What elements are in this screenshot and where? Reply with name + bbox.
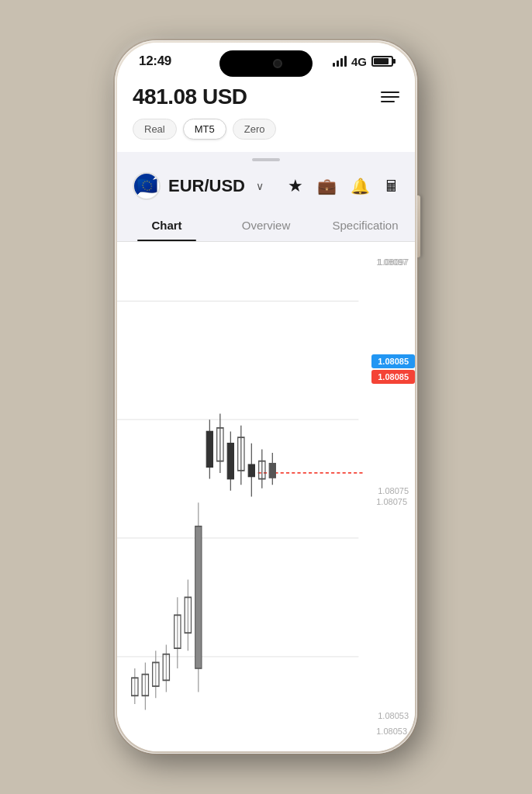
camera-dot <box>273 59 282 68</box>
symbol-row: 🇪🇺 EUR/USD ∨ ★ 💼 🔔 🖩 <box>133 172 399 200</box>
signal-bar-2 <box>337 60 339 67</box>
ask-price-badge: 1.08085 <box>371 370 415 384</box>
chevron-down-icon[interactable]: ∨ <box>256 180 264 192</box>
menu-line-1 <box>381 91 399 93</box>
calculator-icon[interactable]: 🖩 <box>384 178 399 195</box>
signal-bars <box>333 56 347 67</box>
svg-rect-32 <box>269 464 275 478</box>
chart-price-bot: 1.08053 <box>378 711 409 720</box>
phone-frame: 12:49 4G 481.08 USD <box>115 40 417 754</box>
tab-mt5[interactable]: MT5 <box>183 119 226 140</box>
dynamic-island <box>219 50 313 77</box>
app-header: 481.08 USD Real MT5 Zero <box>117 75 415 152</box>
balance-amount: 481.08 USD <box>133 85 247 109</box>
tab-real[interactable]: Real <box>133 119 177 140</box>
tab-specification[interactable]: Specification <box>316 209 415 241</box>
briefcase-icon[interactable]: 💼 <box>317 177 337 195</box>
symbol-actions: ★ 💼 🔔 🖩 <box>288 176 399 196</box>
header-top: 481.08 USD <box>133 85 399 109</box>
symbol-left: 🇪🇺 EUR/USD ∨ <box>133 172 264 200</box>
svg-rect-28 <box>248 464 254 476</box>
status-right: 4G <box>333 55 393 68</box>
chart-svg <box>117 242 415 751</box>
svg-rect-24 <box>227 444 233 479</box>
star-icon[interactable]: ★ <box>288 176 303 196</box>
status-time: 12:49 <box>139 54 171 69</box>
chart-area: 1.08097 1.08085 1.08075 1.08053 1.08085 … <box>117 242 415 751</box>
svg-rect-18 <box>195 526 202 668</box>
chart-tabs: Chart Overview Specification <box>117 209 415 242</box>
symbol-name[interactable]: EUR/USD <box>168 176 245 196</box>
chart-price-mid: 1.08075 <box>378 486 409 495</box>
battery-icon <box>371 56 393 67</box>
status-bar: 12:49 4G <box>117 43 415 75</box>
tab-overview[interactable]: Overview <box>216 209 316 241</box>
menu-button[interactable] <box>381 91 399 102</box>
signal-bar-1 <box>333 63 335 67</box>
sheet-handle-area <box>117 152 415 161</box>
battery-fill <box>374 58 389 64</box>
price-badges: 1.08085 1.08085 <box>371 354 415 384</box>
account-tabs: Real MT5 Zero <box>133 119 399 140</box>
chart-price-top: 1.08097 <box>378 257 409 267</box>
menu-line-3 <box>381 101 395 102</box>
menu-line-2 <box>381 96 399 98</box>
svg-rect-20 <box>206 431 212 467</box>
signal-bar-3 <box>340 58 343 67</box>
network-type: 4G <box>351 55 367 68</box>
signal-bar-4 <box>344 56 347 67</box>
eur-flag-icon: 🇪🇺 <box>133 172 161 200</box>
tab-zero[interactable]: Zero <box>233 119 277 140</box>
symbol-section: 🇪🇺 EUR/USD ∨ ★ 💼 🔔 🖩 <box>117 161 415 209</box>
bid-price-badge: 1.08085 <box>371 354 415 368</box>
bell-icon[interactable]: 🔔 <box>351 177 370 195</box>
tab-chart[interactable]: Chart <box>117 209 216 241</box>
phone-screen: 12:49 4G 481.08 USD <box>117 43 415 751</box>
